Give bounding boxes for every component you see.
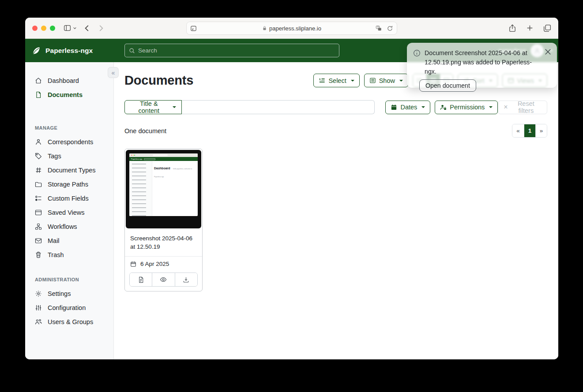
ui-radios-icon bbox=[35, 195, 42, 202]
filter-bar: Title & content Dates Permissions × Rese… bbox=[124, 100, 547, 114]
browser-toolbar: paperless.sliplane.io bbox=[25, 18, 558, 39]
reset-filters-button[interactable]: × Reset filters bbox=[498, 101, 547, 114]
tab-overview-icon[interactable] bbox=[543, 24, 551, 32]
select-button[interactable]: Select bbox=[313, 74, 359, 87]
reset-filters-label: Reset filters bbox=[511, 100, 542, 114]
document-title[interactable]: Screenshot 2025-04-06 at 12.50.19 bbox=[125, 229, 202, 256]
file-text-icon bbox=[138, 276, 144, 283]
calendar-icon bbox=[391, 104, 397, 111]
sidebar: « Dashboard Documents MANAGE Corresponde… bbox=[25, 62, 114, 359]
app-brand[interactable]: Paperless-ngx bbox=[31, 46, 93, 56]
reload-icon[interactable] bbox=[387, 25, 393, 32]
toast-message: Document Screenshot 2025-04-06 at 12.50.… bbox=[425, 49, 538, 76]
people-icon bbox=[35, 318, 42, 325]
sidebar-item-dashboard[interactable]: Dashboard bbox=[25, 74, 113, 88]
chevron-down-icon bbox=[73, 26, 77, 30]
window-icon bbox=[35, 209, 42, 216]
filter-field-label: Title & content bbox=[130, 100, 168, 114]
home-icon bbox=[35, 77, 42, 84]
person-icon bbox=[35, 138, 42, 146]
select-button-label: Select bbox=[328, 77, 346, 84]
new-tab-icon[interactable] bbox=[526, 24, 534, 32]
url-text: paperless.sliplane.io bbox=[269, 25, 321, 32]
forward-button[interactable] bbox=[97, 24, 105, 32]
thumbnail-browser-bar bbox=[129, 153, 198, 157]
person-lock-icon bbox=[440, 104, 447, 111]
sidebar-item-label: Correspondents bbox=[48, 138, 93, 146]
boxes-icon bbox=[35, 223, 42, 230]
sidebar-item-custom-fields[interactable]: Custom Fields bbox=[25, 191, 113, 205]
document-actions bbox=[129, 273, 198, 287]
sidebar-item-trash[interactable]: Trash bbox=[25, 248, 113, 262]
minimize-window-button[interactable] bbox=[41, 26, 46, 31]
paperless-leaf-logo-icon bbox=[31, 46, 41, 56]
sidebar-item-mail[interactable]: Mail bbox=[25, 234, 113, 248]
main-content: Documents Select Show bbox=[114, 62, 558, 359]
zoom-window-button[interactable] bbox=[50, 26, 55, 31]
show-button[interactable]: Show bbox=[364, 74, 408, 87]
sidebar-item-label: Tags bbox=[48, 153, 61, 160]
address-bar[interactable]: paperless.sliplane.io bbox=[186, 22, 397, 35]
close-icon bbox=[544, 48, 552, 56]
sidebar-item-label: Saved Views bbox=[48, 209, 85, 216]
tag-icon bbox=[35, 153, 42, 160]
document-date: 6 Apr 2025 bbox=[140, 261, 169, 267]
document-download-button[interactable] bbox=[175, 273, 197, 286]
filter-text-input[interactable] bbox=[182, 100, 375, 114]
dates-filter-button[interactable]: Dates bbox=[385, 101, 430, 114]
sidebar-item-label: Dashboard bbox=[48, 77, 79, 84]
sidebar-item-storage-paths[interactable]: Storage Paths bbox=[25, 177, 113, 191]
sidebar-item-label: Documents bbox=[48, 91, 83, 98]
sidebar-item-documents[interactable]: Documents bbox=[25, 88, 113, 102]
search-icon bbox=[129, 48, 135, 54]
sidebar-item-correspondents[interactable]: Correspondents bbox=[25, 135, 113, 149]
chevron-down-icon bbox=[351, 80, 354, 82]
sidebar-item-label: Users & Groups bbox=[48, 318, 93, 325]
calendar-icon bbox=[130, 261, 136, 267]
sidebar-item-label: Configuration bbox=[48, 304, 86, 311]
sidebar-collapse-button[interactable]: « bbox=[108, 67, 119, 78]
document-count: One document bbox=[124, 127, 166, 134]
document-thumbnail[interactable]: Paperless-ngx Dashboard hello paperless,… bbox=[126, 150, 201, 228]
sidebar-item-tags[interactable]: Tags bbox=[25, 149, 113, 163]
sidebar-item-label: Document Types bbox=[48, 167, 96, 174]
gear-icon bbox=[35, 290, 42, 297]
global-search[interactable] bbox=[124, 44, 339, 57]
pagination-next-button[interactable]: » bbox=[535, 124, 547, 137]
sidebar-toggle-icon[interactable] bbox=[63, 24, 77, 32]
envelope-icon bbox=[35, 237, 42, 244]
page-settings-icon[interactable] bbox=[190, 25, 197, 32]
thumbnail-heading: Dashboard bbox=[154, 167, 170, 170]
hash-icon bbox=[35, 167, 42, 174]
search-input[interactable] bbox=[138, 47, 335, 54]
x-icon: × bbox=[504, 104, 508, 111]
open-document-button[interactable]: Open document bbox=[419, 79, 476, 92]
pagination-prev-button[interactable]: « bbox=[512, 124, 524, 137]
pagination-page-1[interactable]: 1 bbox=[524, 124, 535, 137]
permissions-filter-button[interactable]: Permissions bbox=[435, 101, 498, 114]
sidebar-item-saved-views[interactable]: Saved Views bbox=[25, 205, 113, 220]
trash-icon bbox=[35, 251, 42, 258]
permissions-filter-label: Permissions bbox=[450, 104, 485, 111]
translate-icon[interactable] bbox=[375, 25, 382, 31]
toast-notification: Document Screenshot 2025-04-06 at 12.50.… bbox=[407, 43, 557, 88]
back-button[interactable] bbox=[83, 24, 91, 32]
filter-field-dropdown[interactable]: Title & content bbox=[124, 100, 182, 114]
sidebar-item-configuration[interactable]: Configuration bbox=[25, 301, 113, 315]
document-details-button[interactable] bbox=[130, 273, 152, 286]
toast-close-button[interactable] bbox=[544, 48, 552, 56]
file-icon bbox=[35, 91, 42, 98]
sidebar-item-label: Storage Paths bbox=[48, 181, 88, 188]
thumbnail-sidebar bbox=[129, 161, 152, 216]
document-preview-button[interactable] bbox=[152, 273, 174, 286]
share-icon[interactable] bbox=[508, 24, 516, 33]
sidebar-item-settings[interactable]: Settings bbox=[25, 287, 113, 301]
folder-icon bbox=[35, 181, 42, 188]
close-window-button[interactable] bbox=[32, 26, 38, 31]
sidebar-item-users-groups[interactable]: Users & Groups bbox=[25, 315, 113, 329]
lock-icon bbox=[262, 26, 267, 31]
browser-window: paperless.sliplane.io Paperless-ngx pape… bbox=[25, 18, 558, 359]
app-brand-label: Paperless-ngx bbox=[45, 47, 93, 55]
sidebar-item-workflows[interactable]: Workflows bbox=[25, 220, 113, 234]
sidebar-item-document-types[interactable]: Document Types bbox=[25, 163, 113, 177]
